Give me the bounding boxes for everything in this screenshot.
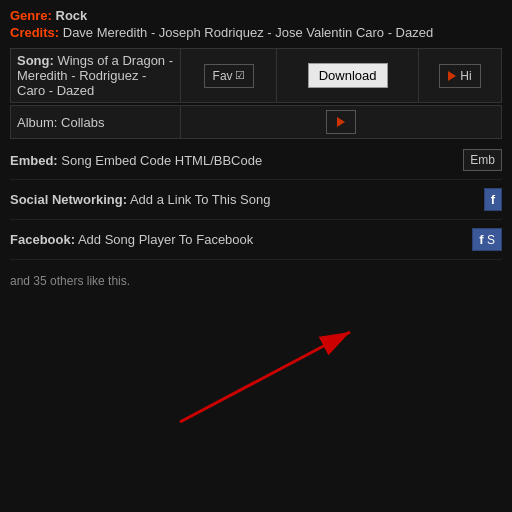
album-row: Album: Collabs <box>11 106 502 139</box>
fav-checkmark: ☑ <box>235 69 245 82</box>
album-play-icon <box>337 117 345 127</box>
fav-cell: Fav ☑ <box>181 49 277 103</box>
embed-button[interactable]: Emb <box>463 149 502 171</box>
download-cell: Download <box>277 49 419 103</box>
page-container: Genre: Rock Credits: Dave Meredith - Jos… <box>0 0 512 300</box>
song-cell: Song: Wings of a Dragon - Meredith - Rod… <box>11 49 181 103</box>
fav-label: Fav <box>213 69 233 83</box>
facebook-left: Facebook: Add Song Player To Facebook <box>10 232 472 247</box>
social-left: Social Networking: Add a Link To This So… <box>10 192 484 207</box>
download-button[interactable]: Download <box>308 63 388 88</box>
song-label: Song: <box>17 53 57 68</box>
genre-value: Rock <box>56 8 88 23</box>
social-right: f <box>484 188 502 211</box>
credits-value: Dave Meredith - Joseph Rodriquez - Jose … <box>63 25 433 40</box>
facebook-icon: f <box>491 192 495 207</box>
song-info-table: Song: Wings of a Dragon - Meredith - Rod… <box>10 48 502 103</box>
facebook-row: Facebook: Add Song Player To Facebook f … <box>10 220 502 260</box>
facebook-label: Facebook: <box>10 232 75 247</box>
facebook-description: Add Song Player To Facebook <box>78 232 253 247</box>
genre-line: Genre: Rock <box>10 8 502 23</box>
album-play-button[interactable] <box>326 110 356 134</box>
hi-play-icon <box>448 71 456 81</box>
album-value: Collabs <box>61 115 104 130</box>
embed-right: Emb <box>463 149 502 171</box>
album-table: Album: Collabs <box>10 105 502 139</box>
facebook-share-label: S <box>487 233 495 247</box>
album-label-cell: Album: Collabs <box>11 106 181 139</box>
fav-button[interactable]: Fav ☑ <box>204 64 254 88</box>
arrow-svg <box>150 312 400 432</box>
facebook-share-icon: f <box>479 232 483 247</box>
hi-button[interactable]: Hi <box>439 64 480 88</box>
embed-row: Embed: Song Embed Code HTML/BBCode Emb <box>10 141 502 180</box>
embed-label: Embed: <box>10 153 58 168</box>
song-row: Song: Wings of a Dragon - Meredith - Rod… <box>11 49 502 103</box>
likes-text: and 35 others like this. <box>10 270 502 292</box>
social-facebook-button[interactable]: f <box>484 188 502 211</box>
arrow-annotation <box>150 312 400 432</box>
svg-line-1 <box>180 332 350 422</box>
credits-label: Credits: <box>10 25 59 40</box>
embed-left: Embed: Song Embed Code HTML/BBCode <box>10 153 463 168</box>
hi-label: Hi <box>460 69 471 83</box>
social-label: Social Networking: <box>10 192 127 207</box>
genre-label: Genre: <box>10 8 52 23</box>
social-row: Social Networking: Add a Link To This So… <box>10 180 502 220</box>
facebook-share-button[interactable]: f S <box>472 228 502 251</box>
hi-cell: Hi <box>419 49 502 103</box>
credits-line: Credits: Dave Meredith - Joseph Rodrique… <box>10 25 502 40</box>
album-label: Album: <box>17 115 61 130</box>
social-description: Add a Link To This Song <box>130 192 270 207</box>
album-play-cell <box>181 106 502 139</box>
embed-description: Song Embed Code HTML/BBCode <box>61 153 262 168</box>
facebook-right: f S <box>472 228 502 251</box>
